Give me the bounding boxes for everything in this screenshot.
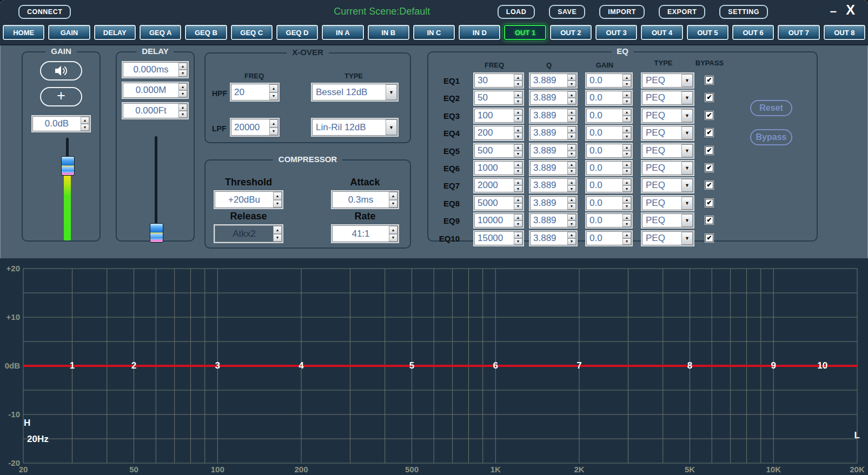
eq-q-spinner[interactable]: 3.889: [530, 196, 577, 210]
spin-up-button[interactable]: [622, 144, 631, 151]
spin-up-button[interactable]: [514, 179, 522, 185]
spin-up-button[interactable]: [622, 109, 631, 116]
eq-point-marker[interactable]: 7: [577, 360, 581, 371]
spin-down-button[interactable]: [567, 98, 576, 104]
spin-down-button[interactable]: [514, 185, 522, 192]
spin-up-button[interactable]: [567, 162, 576, 168]
eq-freq-spinner[interactable]: 5000: [474, 196, 523, 210]
spin-down-button[interactable]: [622, 185, 631, 192]
spin-down-button[interactable]: [622, 168, 631, 175]
spin-up-button[interactable]: [514, 144, 522, 151]
spin-down-button[interactable]: [567, 185, 576, 192]
eq-gain-spinner[interactable]: 0.0: [586, 231, 632, 245]
spin-down-button[interactable]: [622, 203, 631, 210]
delay-meters-spinner[interactable]: 0.000M: [123, 83, 188, 98]
rate-spinner[interactable]: 41:1: [332, 225, 398, 242]
chevron-down-icon[interactable]: [386, 119, 397, 135]
spin-down-button[interactable]: [622, 238, 631, 245]
eq-freq-spinner[interactable]: 30: [474, 73, 523, 88]
tab-out-6[interactable]: OUT 6: [732, 24, 774, 41]
tab-delay[interactable]: DELAY: [94, 24, 136, 41]
eq-point-marker[interactable]: 10: [817, 360, 827, 371]
spin-up-button[interactable]: [514, 214, 522, 220]
spin-up-button[interactable]: [567, 91, 576, 98]
load-button[interactable]: LOAD: [498, 5, 535, 19]
eq-point-marker[interactable]: 5: [409, 360, 414, 371]
spin-down-button[interactable]: [389, 200, 397, 208]
eq-type-select[interactable]: PEQ: [642, 231, 693, 245]
eq-response-plot[interactable]: 12345678910+20+100dB-10-2020501002005001…: [0, 258, 868, 475]
tab-geq-b[interactable]: GEQ B: [184, 24, 227, 41]
spin-down-button[interactable]: [622, 151, 631, 157]
lpf-type-select[interactable]: Lin-Ril 12dB: [312, 119, 397, 136]
tab-in-a[interactable]: IN A: [321, 24, 364, 41]
eq-type-select[interactable]: PEQ: [642, 178, 693, 192]
eq-point-marker[interactable]: 8: [687, 360, 692, 371]
eq-point-marker[interactable]: 6: [493, 360, 498, 371]
eq-q-spinner[interactable]: 3.889: [530, 231, 577, 245]
spin-down-button[interactable]: [514, 116, 522, 122]
eq-bypass-checkbox[interactable]: [705, 164, 713, 172]
hpf-freq-spinner[interactable]: 20: [231, 84, 279, 101]
connect-button[interactable]: CONNECT: [18, 5, 71, 19]
attack-spinner[interactable]: 0.3ms: [332, 191, 398, 208]
chevron-down-icon[interactable]: [681, 74, 693, 87]
spin-down-button[interactable]: [269, 92, 278, 101]
spin-up-button[interactable]: [178, 63, 187, 70]
eq-point-marker[interactable]: 9: [771, 360, 776, 371]
spin-up-button[interactable]: [622, 74, 631, 81]
eq-point-marker[interactable]: 1: [70, 360, 75, 371]
release-spinner[interactable]: Atkx2: [215, 225, 282, 242]
eq-bypass-checkbox[interactable]: [705, 199, 713, 207]
spin-up-button[interactable]: [514, 162, 522, 168]
chevron-down-icon[interactable]: [681, 179, 693, 192]
eq-type-select[interactable]: PEQ: [642, 126, 693, 140]
tab-in-c[interactable]: IN C: [413, 24, 455, 41]
spin-down-button[interactable]: [567, 168, 576, 175]
spin-up-button[interactable]: [514, 91, 522, 98]
tab-out-2[interactable]: OUT 2: [549, 24, 592, 41]
eq-gain-spinner[interactable]: 0.0: [586, 144, 632, 158]
chevron-down-icon[interactable]: [681, 91, 693, 104]
spin-up-button[interactable]: [178, 83, 187, 90]
eq-point-marker[interactable]: 4: [299, 360, 304, 371]
spin-down-button[interactable]: [514, 81, 522, 87]
spin-down-button[interactable]: [514, 203, 522, 210]
eq-type-select[interactable]: PEQ: [642, 91, 693, 105]
save-button[interactable]: SAVE: [549, 5, 585, 19]
spin-down-button[interactable]: [622, 116, 631, 122]
spin-up-button[interactable]: [389, 192, 397, 200]
spin-down-button[interactable]: [178, 70, 187, 77]
mute-button[interactable]: [40, 61, 82, 81]
delay-ms-spinner[interactable]: 0.000ms: [123, 62, 188, 77]
eq-bypass-checkbox[interactable]: [705, 76, 713, 84]
tab-home[interactable]: HOME: [2, 24, 45, 41]
eq-freq-spinner[interactable]: 100: [474, 109, 523, 123]
export-button[interactable]: EXPORT: [659, 5, 705, 19]
gain-fader-handle[interactable]: [61, 156, 75, 176]
spin-up-button[interactable]: [514, 197, 522, 203]
spin-down-button[interactable]: [567, 133, 576, 139]
spin-up-button[interactable]: [622, 162, 631, 168]
spin-down-button[interactable]: [622, 220, 631, 227]
eq-type-select[interactable]: PEQ: [642, 73, 693, 88]
spin-up-button[interactable]: [567, 179, 576, 185]
eq-type-select[interactable]: PEQ: [642, 161, 693, 175]
eq-point-marker[interactable]: 2: [131, 360, 136, 371]
eq-gain-spinner[interactable]: 0.0: [586, 73, 632, 88]
eq-type-select[interactable]: PEQ: [642, 109, 693, 123]
spin-down-button[interactable]: [622, 81, 631, 87]
spin-up-button[interactable]: [81, 117, 89, 124]
eq-gain-spinner[interactable]: 0.0: [586, 178, 632, 192]
eq-bypass-checkbox[interactable]: [705, 234, 713, 242]
eq-bypass-checkbox[interactable]: [705, 146, 713, 155]
delay-feet-spinner[interactable]: 0.000Ft: [123, 103, 188, 118]
eq-q-spinner[interactable]: 3.889: [530, 144, 577, 158]
threshold-spinner[interactable]: +20dBu: [215, 191, 282, 208]
tab-out-5[interactable]: OUT 5: [686, 24, 729, 41]
eq-bypass-checkbox[interactable]: [705, 93, 713, 102]
spin-up-button[interactable]: [567, 144, 576, 151]
spin-down-button[interactable]: [567, 220, 576, 227]
spin-up-button[interactable]: [273, 226, 282, 234]
eq-reset-button[interactable]: Reset: [750, 100, 792, 116]
